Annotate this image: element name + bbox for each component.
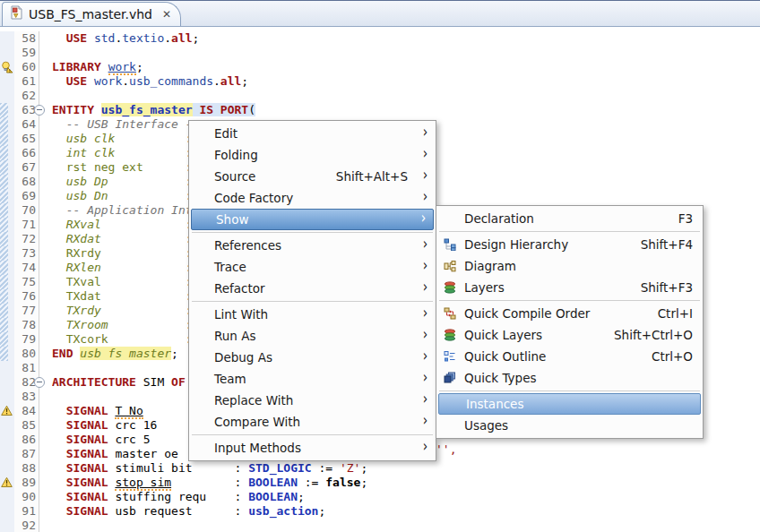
menu-item-replace-with[interactable]: Replace With› bbox=[190, 390, 435, 411]
menu-separator bbox=[439, 231, 700, 232]
menu-item-trace[interactable]: Trace› bbox=[190, 256, 435, 278]
menu-item-declaration[interactable]: DeclarationF3 bbox=[437, 208, 702, 229]
menu-item-label: Trace bbox=[214, 260, 428, 274]
menu-item-show[interactable]: Show› bbox=[191, 209, 434, 230]
fold-ruler bbox=[39, 117, 52, 132]
show-submenu: DeclarationF3Design HierarchyShift+F4Dia… bbox=[436, 205, 704, 439]
line-number: 84 bbox=[14, 404, 39, 418]
fold-ruler bbox=[39, 433, 52, 447]
menu-item-quick-compile-order[interactable]: Quick Compile OrderCtrl+I bbox=[437, 303, 702, 324]
annotation-ruler bbox=[0, 418, 14, 433]
code-line[interactable]: 61 USE work.usb_commands.all; bbox=[0, 74, 760, 89]
menu-item-label: Edit bbox=[214, 126, 428, 141]
annotation-ruler bbox=[0, 289, 14, 304]
menu-item-input-methods[interactable]: Input Methods› bbox=[190, 437, 435, 459]
fold-ruler bbox=[39, 504, 52, 519]
code-line[interactable]: 58 USE std.textio.all; bbox=[0, 31, 760, 46]
menu-item-run-as[interactable]: Run As› bbox=[190, 325, 435, 347]
code-line[interactable]: 89 SIGNAL stop sim : BOOLEAN := false; bbox=[0, 476, 760, 490]
code-text: SIGNAL stimuli bit : STD_LOGIC := 'Z'; bbox=[52, 461, 760, 476]
annotation-ruler bbox=[0, 203, 14, 218]
range-indicator bbox=[0, 347, 8, 361]
menu-item-design-hierarchy[interactable]: Design HierarchyShift+F4 bbox=[437, 234, 702, 255]
menu-item-usages[interactable]: Usages bbox=[437, 415, 702, 436]
fold-ruler bbox=[39, 261, 52, 275]
annotation-ruler bbox=[0, 447, 14, 461]
submenu-arrow-icon: › bbox=[423, 368, 428, 386]
submenu-arrow-icon: › bbox=[423, 304, 428, 322]
annotation-ruler bbox=[0, 361, 14, 375]
line-number: 81 bbox=[14, 361, 39, 375]
menu-item-debug-as[interactable]: Debug As› bbox=[190, 347, 435, 368]
fold-collapse-icon[interactable] bbox=[34, 105, 45, 116]
code-line[interactable]: 62 bbox=[0, 89, 760, 103]
line-number: 71 bbox=[14, 218, 39, 232]
menu-item-layers[interactable]: LayersShift+F3 bbox=[437, 277, 702, 298]
application-window: USB_FS_master.vhd ✕ 58 USE std.textio.al… bbox=[0, 0, 760, 532]
line-number: 83 bbox=[14, 390, 39, 404]
menu-item-shortcut: F3 bbox=[678, 211, 693, 226]
submenu-arrow-icon: › bbox=[423, 144, 428, 162]
code-line[interactable]: 59 bbox=[0, 46, 760, 60]
code-line[interactable]: 63ENTITY usb_fs_master IS PORT( bbox=[0, 103, 760, 117]
fold-collapse-icon[interactable] bbox=[34, 377, 45, 388]
code-line[interactable]: 88 SIGNAL stimuli bit : STD_LOGIC := 'Z'… bbox=[0, 461, 760, 476]
fold-ruler bbox=[39, 46, 52, 60]
line-number: 90 bbox=[14, 490, 39, 504]
menu-item-code-factory[interactable]: Code Factory› bbox=[190, 187, 435, 209]
code-line[interactable]: 91 SIGNAL usb request : usb_action; bbox=[0, 504, 760, 519]
line-number: 69 bbox=[14, 189, 39, 203]
annotation-ruler bbox=[0, 146, 14, 160]
fold-ruler bbox=[39, 74, 52, 89]
menu-item-instances[interactable]: Instances bbox=[438, 393, 701, 415]
range-indicator bbox=[0, 160, 8, 175]
menu-item-source[interactable]: SourceShift+Alt+S› bbox=[190, 166, 435, 187]
menu-item-diagram[interactable]: Diagram bbox=[437, 255, 702, 277]
fold-ruler bbox=[39, 390, 52, 404]
range-indicator bbox=[0, 218, 8, 232]
menu-item-lint-with[interactable]: Lint With› bbox=[190, 304, 435, 325]
fold-ruler bbox=[39, 189, 52, 203]
range-indicator bbox=[0, 146, 8, 160]
range-indicator bbox=[0, 132, 8, 146]
annotation-ruler bbox=[0, 304, 14, 318]
menu-item-refactor[interactable]: Refactor› bbox=[190, 278, 435, 299]
menu-item-quick-outline[interactable]: Quick OutlineCtrl+O bbox=[437, 346, 702, 367]
line-number: 92 bbox=[14, 519, 39, 532]
menu-item-folding[interactable]: Folding› bbox=[190, 144, 435, 166]
menu-item-label: Folding bbox=[214, 148, 428, 162]
code-line[interactable]: 92 bbox=[0, 519, 760, 532]
annotation-ruler bbox=[0, 433, 14, 447]
fold-ruler bbox=[39, 89, 52, 103]
code-text: USE work.usb_commands.all; bbox=[52, 74, 760, 89]
tab-usb-fs-master[interactable]: USB_FS_master.vhd ✕ bbox=[2, 2, 181, 26]
range-indicator bbox=[0, 318, 8, 332]
menu-item-quick-layers[interactable]: Quick LayersShift+Ctrl+O bbox=[437, 324, 702, 346]
menu-item-references[interactable]: References› bbox=[190, 235, 435, 256]
menu-item-team[interactable]: Team› bbox=[190, 368, 435, 390]
annotation-ruler bbox=[0, 117, 14, 132]
code-line[interactable]: 90 SIGNAL stuffing requ : BOOLEAN; bbox=[0, 490, 760, 504]
menu-item-edit[interactable]: Edit› bbox=[190, 123, 435, 144]
menu-item-label: Design Hierarchy bbox=[464, 237, 630, 252]
line-number: 59 bbox=[14, 46, 39, 60]
annotation-ruler bbox=[0, 60, 14, 74]
code-text bbox=[52, 89, 760, 103]
line-number: 89 bbox=[14, 476, 39, 490]
menu-item-label: Replace With bbox=[214, 393, 428, 408]
range-indicator bbox=[0, 289, 8, 304]
range-indicator bbox=[0, 103, 8, 117]
menu-item-label: Quick Outline bbox=[464, 349, 641, 364]
fold-ruler bbox=[39, 146, 52, 160]
code-line[interactable]: 60LIBRARY work; bbox=[0, 60, 760, 74]
submenu-arrow-icon: › bbox=[423, 235, 428, 253]
menu-item-quick-types[interactable]: Quick Types bbox=[437, 367, 702, 389]
line-number: 66 bbox=[14, 146, 39, 160]
line-number: 61 bbox=[14, 74, 39, 89]
range-indicator bbox=[0, 117, 8, 132]
annotation-ruler bbox=[0, 261, 14, 275]
menu-item-compare-with[interactable]: Compare With› bbox=[190, 411, 435, 433]
tab-close-icon[interactable]: ✕ bbox=[160, 8, 173, 21]
line-number: 70 bbox=[14, 203, 39, 218]
range-indicator bbox=[0, 203, 8, 218]
